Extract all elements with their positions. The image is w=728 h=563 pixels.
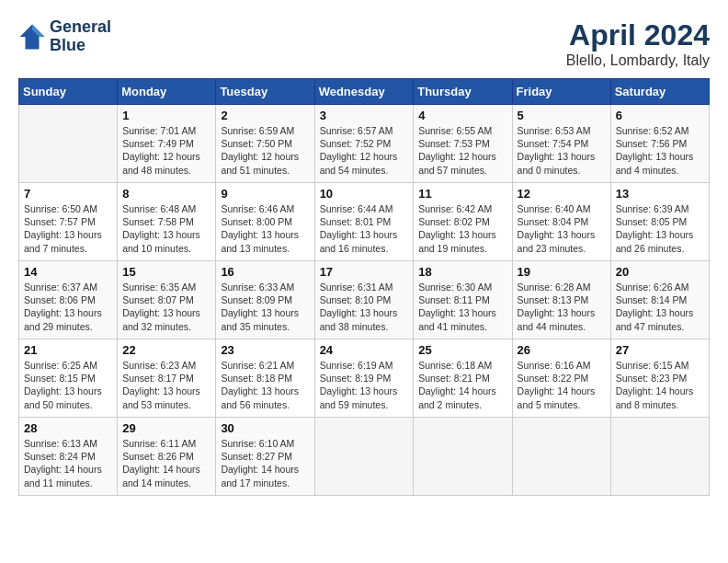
calendar-day-cell [19,105,118,183]
day-number: 16 [221,265,309,279]
day-number: 26 [518,343,606,357]
calendar-day-cell: 22Sunrise: 6:23 AM Sunset: 8:17 PM Dayli… [118,339,216,418]
calendar-day-cell [314,418,414,496]
calendar-week-row: 14Sunrise: 6:37 AM Sunset: 8:06 PM Dayli… [19,261,710,339]
calendar-day-cell: 13Sunrise: 6:39 AM Sunset: 8:05 PM Dayli… [610,183,709,261]
weekday-header-cell: Monday [118,79,216,105]
day-info: Sunrise: 6:59 AM Sunset: 7:50 PM Dayligh… [221,124,309,177]
day-info: Sunrise: 6:33 AM Sunset: 8:09 PM Dayligh… [221,281,309,333]
calendar-day-cell [512,418,610,496]
day-info: Sunrise: 6:26 AM Sunset: 8:14 PM Dayligh… [616,281,704,333]
weekday-header-cell: Saturday [610,79,709,105]
day-number: 30 [221,421,309,435]
calendar-week-row: 7Sunrise: 6:50 AM Sunset: 7:57 PM Daylig… [19,183,710,261]
calendar-day-cell: 17Sunrise: 6:31 AM Sunset: 8:10 PM Dayli… [314,261,414,339]
calendar-day-cell: 14Sunrise: 6:37 AM Sunset: 8:06 PM Dayli… [19,261,118,339]
day-info: Sunrise: 6:19 AM Sunset: 8:19 PM Dayligh… [320,359,409,411]
day-info: Sunrise: 7:01 AM Sunset: 7:49 PM Dayligh… [122,124,210,177]
month-year-title: April 2024 [566,18,710,52]
calendar-day-cell: 29Sunrise: 6:11 AM Sunset: 8:26 PM Dayli… [118,418,216,496]
day-number: 23 [221,343,309,357]
calendar-day-cell [610,418,709,496]
calendar-day-cell: 8Sunrise: 6:48 AM Sunset: 7:58 PM Daylig… [118,183,216,261]
weekday-header-cell: Wednesday [314,79,414,105]
day-info: Sunrise: 6:21 AM Sunset: 8:18 PM Dayligh… [221,359,309,411]
day-info: Sunrise: 6:53 AM Sunset: 7:54 PM Dayligh… [518,124,606,177]
calendar-day-cell: 3Sunrise: 6:57 AM Sunset: 7:52 PM Daylig… [314,105,414,183]
calendar-day-cell: 21Sunrise: 6:25 AM Sunset: 8:15 PM Dayli… [19,339,118,418]
day-info: Sunrise: 6:16 AM Sunset: 8:22 PM Dayligh… [518,359,606,411]
logo: General Blue [18,18,111,55]
day-number: 22 [122,343,210,357]
calendar-day-cell: 1Sunrise: 7:01 AM Sunset: 7:49 PM Daylig… [118,105,216,183]
calendar-day-cell: 6Sunrise: 6:52 AM Sunset: 7:56 PM Daylig… [610,105,709,183]
day-info: Sunrise: 6:46 AM Sunset: 8:00 PM Dayligh… [221,202,309,255]
calendar-day-cell: 7Sunrise: 6:50 AM Sunset: 7:57 PM Daylig… [19,183,118,261]
calendar-day-cell: 12Sunrise: 6:40 AM Sunset: 8:04 PM Dayli… [512,183,610,261]
day-info: Sunrise: 6:52 AM Sunset: 7:56 PM Dayligh… [616,124,704,177]
calendar-week-row: 1Sunrise: 7:01 AM Sunset: 7:49 PM Daylig… [19,105,710,183]
day-info: Sunrise: 6:23 AM Sunset: 8:17 PM Dayligh… [122,359,210,411]
calendar-day-cell [414,418,512,496]
day-number: 25 [418,343,506,357]
calendar-week-row: 28Sunrise: 6:13 AM Sunset: 8:24 PM Dayli… [19,418,710,496]
day-number: 10 [320,187,409,201]
day-number: 14 [24,265,112,279]
calendar-day-cell: 10Sunrise: 6:44 AM Sunset: 8:01 PM Dayli… [314,183,414,261]
logo-text: General Blue [50,18,111,55]
day-number: 6 [616,109,704,122]
weekday-header-cell: Thursday [414,79,512,105]
day-info: Sunrise: 6:50 AM Sunset: 7:57 PM Dayligh… [24,202,112,255]
weekday-header-row: SundayMondayTuesdayWednesdayThursdayFrid… [19,79,710,105]
day-number: 21 [24,343,112,357]
calendar-day-cell: 19Sunrise: 6:28 AM Sunset: 8:13 PM Dayli… [512,261,610,339]
calendar-day-cell: 25Sunrise: 6:18 AM Sunset: 8:21 PM Dayli… [414,339,512,418]
day-number: 28 [24,421,112,435]
calendar-day-cell: 9Sunrise: 6:46 AM Sunset: 8:00 PM Daylig… [216,183,314,261]
day-info: Sunrise: 6:48 AM Sunset: 7:58 PM Dayligh… [122,202,210,255]
day-number: 11 [418,187,506,201]
calendar-body: 1Sunrise: 7:01 AM Sunset: 7:49 PM Daylig… [19,105,710,496]
day-info: Sunrise: 6:10 AM Sunset: 8:27 PM Dayligh… [221,437,309,489]
calendar-day-cell: 16Sunrise: 6:33 AM Sunset: 8:09 PM Dayli… [216,261,314,339]
day-number: 7 [24,187,112,201]
calendar-day-cell: 2Sunrise: 6:59 AM Sunset: 7:50 PM Daylig… [216,105,314,183]
day-number: 4 [418,109,506,122]
day-info: Sunrise: 6:35 AM Sunset: 8:07 PM Dayligh… [122,281,210,333]
calendar-day-cell: 23Sunrise: 6:21 AM Sunset: 8:18 PM Dayli… [216,339,314,418]
day-number: 15 [122,265,210,279]
day-number: 27 [616,343,704,357]
day-number: 24 [320,343,409,357]
day-number: 18 [418,265,506,279]
day-info: Sunrise: 6:28 AM Sunset: 8:13 PM Dayligh… [518,281,606,333]
day-number: 17 [320,265,409,279]
title-block: April 2024 Blello, Lombardy, Italy [566,18,710,69]
day-number: 13 [616,187,704,201]
day-info: Sunrise: 6:57 AM Sunset: 7:52 PM Dayligh… [320,124,409,177]
day-number: 3 [320,109,409,122]
day-info: Sunrise: 6:44 AM Sunset: 8:01 PM Dayligh… [320,202,409,255]
day-number: 29 [122,421,210,435]
day-info: Sunrise: 6:13 AM Sunset: 8:24 PM Dayligh… [24,437,112,489]
weekday-header-cell: Tuesday [216,79,314,105]
day-info: Sunrise: 6:30 AM Sunset: 8:11 PM Dayligh… [418,281,506,333]
weekday-header-cell: Sunday [19,79,118,105]
day-info: Sunrise: 6:37 AM Sunset: 8:06 PM Dayligh… [24,281,112,333]
day-info: Sunrise: 6:39 AM Sunset: 8:05 PM Dayligh… [616,202,704,255]
calendar-day-cell: 4Sunrise: 6:55 AM Sunset: 7:53 PM Daylig… [414,105,512,183]
day-number: 2 [221,109,309,122]
calendar-day-cell: 20Sunrise: 6:26 AM Sunset: 8:14 PM Dayli… [610,261,709,339]
day-info: Sunrise: 6:15 AM Sunset: 8:23 PM Dayligh… [616,359,704,411]
calendar-day-cell: 18Sunrise: 6:30 AM Sunset: 8:11 PM Dayli… [414,261,512,339]
calendar-day-cell: 24Sunrise: 6:19 AM Sunset: 8:19 PM Dayli… [314,339,414,418]
day-number: 5 [518,109,606,122]
day-number: 12 [518,187,606,201]
calendar-day-cell: 15Sunrise: 6:35 AM Sunset: 8:07 PM Dayli… [118,261,216,339]
day-info: Sunrise: 6:55 AM Sunset: 7:53 PM Dayligh… [418,124,506,177]
day-info: Sunrise: 6:25 AM Sunset: 8:15 PM Dayligh… [24,359,112,411]
calendar-day-cell: 11Sunrise: 6:42 AM Sunset: 8:02 PM Dayli… [414,183,512,261]
calendar-week-row: 21Sunrise: 6:25 AM Sunset: 8:15 PM Dayli… [19,339,710,418]
weekday-header-cell: Friday [512,79,610,105]
day-number: 8 [122,187,210,201]
calendar-day-cell: 27Sunrise: 6:15 AM Sunset: 8:23 PM Dayli… [610,339,709,418]
